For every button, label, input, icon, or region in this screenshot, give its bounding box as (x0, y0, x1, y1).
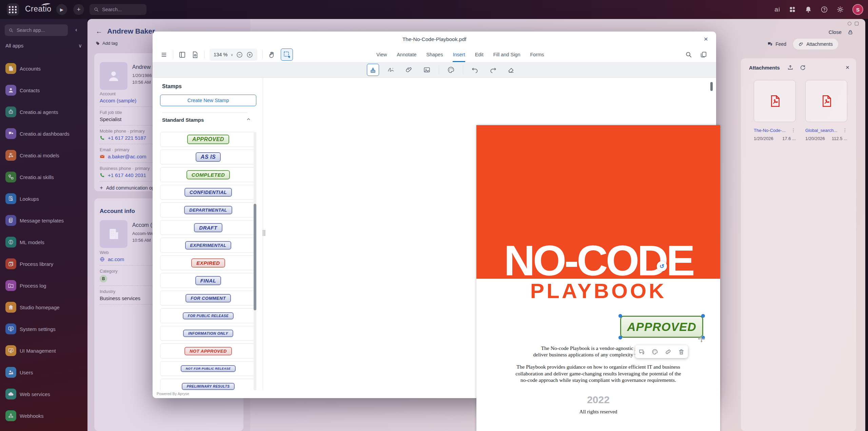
sidebar-item[interactable]: Accounts (0, 58, 87, 79)
image-tool-icon[interactable] (421, 64, 433, 76)
tab-forms[interactable]: Forms (530, 47, 544, 62)
add-tag-button[interactable]: Add tag (96, 41, 118, 46)
sidebar-item[interactable]: ML models (0, 231, 87, 253)
field-value[interactable]: +1 617 221 5187 (108, 135, 146, 141)
rotate-handle-icon[interactable]: ↺ (657, 261, 667, 271)
trash-icon[interactable] (678, 349, 685, 355)
kebab-menu-icon[interactable]: ⋮ (843, 128, 847, 133)
search-icon[interactable] (685, 51, 692, 58)
sidebar-search-input[interactable]: Search app... (5, 24, 68, 36)
close-button[interactable]: Close (829, 29, 842, 35)
tab-shapes[interactable]: Shapes (426, 47, 443, 62)
panel-resize-handle[interactable] (263, 230, 265, 236)
lock-icon[interactable] (848, 30, 853, 35)
help-icon[interactable] (821, 6, 828, 13)
undo-tool-icon[interactable] (469, 64, 481, 76)
sidebar-item[interactable]: Creatio.ai models (0, 144, 87, 166)
sidebar-item[interactable]: Creatio.ai dashboards (0, 123, 87, 144)
copilot-ai-icon[interactable]: ai (774, 6, 780, 13)
stamps-scrollbar-thumb[interactable] (254, 204, 256, 310)
palette-tool-icon[interactable] (445, 64, 457, 76)
viewer-scrollbar-thumb[interactable] (710, 82, 713, 91)
tab-view[interactable]: View (376, 47, 387, 62)
selection-handle[interactable] (618, 314, 622, 318)
zoom-control[interactable]: 134 % ∨ (210, 48, 257, 61)
sidebar-item[interactable]: Studio homepage (0, 296, 87, 318)
zoom-out-icon[interactable] (236, 51, 243, 58)
placed-approved-stamp[interactable]: APPROVED (620, 316, 703, 338)
field-value[interactable]: Accom (sample) (100, 98, 136, 103)
tab-fill-and-sign[interactable]: Fill and Sign (493, 47, 520, 62)
link-icon[interactable] (665, 349, 671, 355)
signature-tool-icon[interactable] (385, 64, 397, 76)
doc-settings-icon[interactable] (191, 51, 199, 59)
refresh-icon[interactable] (800, 64, 806, 71)
sidebar-collapse-icon[interactable]: ‹ (75, 26, 77, 33)
stamp-item-information-only[interactable]: INFORMATION ONLY (160, 326, 256, 341)
sidebar-item[interactable]: Process log (0, 275, 87, 296)
standard-stamps-header[interactable]: Standard Stamps (162, 117, 251, 123)
global-search-input[interactable]: Search... (90, 4, 146, 15)
field-value[interactable]: ac.com (108, 256, 124, 262)
stamp-item-not-approved[interactable]: NOT APPROVED (160, 344, 256, 358)
sidebar-item[interactable]: Users (0, 361, 87, 383)
stamp-item-departmental[interactable]: DEPARTMENTAL (160, 202, 256, 217)
bell-icon[interactable] (805, 6, 812, 13)
zoom-in-icon[interactable] (246, 51, 253, 58)
stamp-item-approved[interactable]: APPROVED (160, 132, 256, 147)
upload-icon[interactable] (787, 64, 793, 71)
document-viewport[interactable]: NO-CODE PLAYBOOK ↺ APPROVED The No-code … (263, 78, 716, 390)
panel-control-icons[interactable] (848, 22, 859, 25)
file-name[interactable]: Global_search... (805, 128, 837, 133)
stamp-item-preliminary-results[interactable]: PRELIMINARY RESULTS (160, 379, 256, 390)
back-arrow-icon[interactable]: ← (96, 27, 102, 35)
stamp-item-not-for-public-release[interactable]: NOT FOR PUBLIC RELEASE (160, 361, 256, 376)
hamburger-menu-icon[interactable] (160, 51, 168, 59)
attachment-card[interactable]: The-No-Code-... ⋮ 1/20/202617.6 ... (754, 80, 796, 141)
sidebar-item[interactable]: Lookups (0, 188, 87, 210)
tab-attachments[interactable]: Attachments (793, 39, 838, 50)
play-button[interactable]: ▶ (56, 4, 67, 15)
selection-handle[interactable] (618, 336, 622, 339)
sidebar-item[interactable]: Creatio.ai agents (0, 101, 87, 123)
pages-panel-icon[interactable] (700, 51, 707, 58)
paperclip-tool-icon[interactable] (403, 64, 415, 76)
tab-feed[interactable]: Feed (767, 41, 786, 47)
modal-close-icon[interactable]: × (704, 35, 708, 43)
sidebar-item[interactable]: System settings (0, 318, 87, 340)
sidebar-item[interactable]: UI Management (0, 340, 87, 361)
gear-icon[interactable] (836, 6, 844, 13)
chevron-down-icon[interactable]: ∨ (231, 53, 233, 57)
stamp-item-for-public-release[interactable]: FOR PUBLIC RELEASE (160, 308, 256, 323)
app-launcher-icon[interactable] (7, 3, 19, 16)
field-value[interactable]: +1 617 440 2031 (108, 172, 146, 178)
add-button[interactable]: + (73, 4, 84, 15)
tab-insert[interactable]: Insert (453, 47, 465, 62)
tab-edit[interactable]: Edit (475, 47, 484, 62)
sidebar-item[interactable]: Message templates (0, 210, 87, 231)
apps-icon[interactable] (789, 6, 796, 13)
side-panel-icon[interactable] (178, 51, 186, 59)
redo-tool-icon[interactable] (487, 64, 499, 76)
sidebar-item[interactable]: Webhooks (0, 405, 87, 427)
stamp-item-completed[interactable]: COMPLETED (160, 167, 256, 182)
file-name[interactable]: The-No-Code-... (754, 128, 786, 133)
create-new-stamp-button[interactable]: Create New Stamp (160, 95, 256, 106)
tab-annotate[interactable]: Annotate (397, 47, 416, 62)
chevron-up-icon[interactable] (246, 117, 251, 122)
palette-icon[interactable] (652, 349, 658, 355)
field-value[interactable]: B (100, 275, 107, 282)
stamp-item-confidential[interactable]: CONFIDENTIAL (160, 185, 256, 200)
field-value[interactable]: a.baker@ac.com (108, 154, 146, 159)
zoom-level[interactable]: 134 % (214, 52, 228, 57)
stamp-tool-icon[interactable] (367, 64, 379, 76)
stamp-item-experimental[interactable]: EXPERIMENTAL (160, 238, 256, 253)
stamp-item-as-is[interactable]: AS IS (160, 150, 256, 164)
comment-icon[interactable] (638, 349, 645, 355)
marquee-select-tool[interactable] (281, 48, 293, 61)
kebab-menu-icon[interactable]: ⋮ (791, 128, 796, 133)
stamp-item-for-comment[interactable]: FOR COMMENT (160, 291, 256, 306)
field-value[interactable]: Business services (100, 295, 140, 301)
stamp-item-draft[interactable]: DRAFT (160, 220, 256, 235)
selection-handle[interactable] (701, 314, 705, 318)
